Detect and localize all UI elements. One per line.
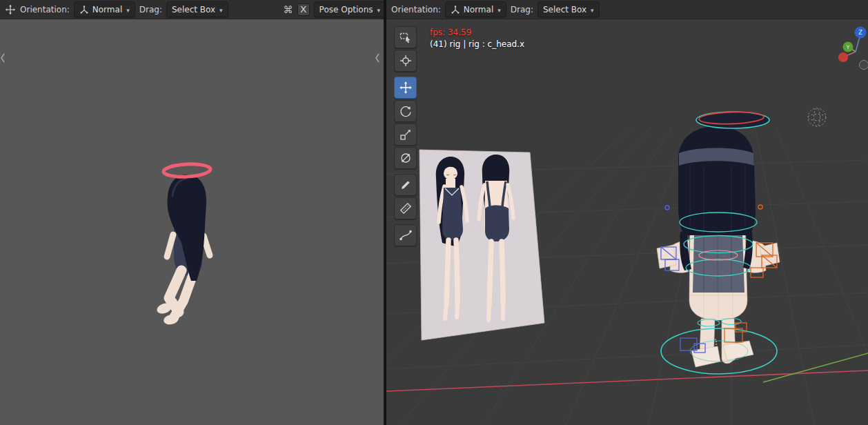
rotate-tool-button[interactable] xyxy=(394,100,417,122)
orientation-value: Normal xyxy=(92,5,122,14)
drag-dropdown[interactable]: Select Box xyxy=(537,1,600,17)
mirror-icon xyxy=(284,4,293,15)
y-axis-label: Y xyxy=(846,44,850,50)
orientation-dropdown[interactable]: Normal xyxy=(74,1,135,17)
cursor-tool-button[interactable] xyxy=(394,50,417,72)
chevron-down-icon xyxy=(497,5,501,14)
chevron-down-icon xyxy=(126,5,130,14)
orientation-value: Normal xyxy=(464,5,493,14)
drag-dropdown[interactable]: Select Box xyxy=(166,1,228,17)
axis-gizmo[interactable]: Z Y xyxy=(838,27,868,70)
viewport-right: Orientation: Normal Drag: Select Box xyxy=(386,0,868,425)
move-tool-icon xyxy=(5,3,16,16)
right-3d-view[interactable]: Z Y fps: 34.59 (41) rig | rig : c_head.x xyxy=(386,19,868,425)
blender-window: Orientation: Normal Drag: Select Box X xyxy=(0,0,868,425)
axis-ball-negative[interactable] xyxy=(860,61,868,70)
left-scene xyxy=(0,19,384,425)
orientation-icon xyxy=(79,5,89,14)
chevron-down-icon xyxy=(219,5,223,14)
orientation-label: Orientation: xyxy=(391,5,441,14)
orientation-label: Orientation: xyxy=(20,5,70,14)
drag-value: Select Box xyxy=(172,5,215,14)
halo xyxy=(164,163,211,178)
toolbar xyxy=(394,26,417,246)
pose-options-dropdown[interactable]: Pose Options xyxy=(314,1,386,17)
scale-tool-button[interactable] xyxy=(394,123,417,146)
fps-counter: fps: 34.59 xyxy=(430,28,471,37)
orientation-icon xyxy=(451,5,460,14)
active-object-info: (41) rig | rig : c_head.x xyxy=(430,39,524,49)
chevron-down-icon xyxy=(377,5,381,14)
right-scene: Z Y xyxy=(386,19,868,425)
toolbar-expand-arrow[interactable] xyxy=(0,52,7,64)
y-axis-line xyxy=(763,353,868,382)
reference-image[interactable] xyxy=(420,150,544,340)
drag-label: Drag: xyxy=(511,5,533,14)
x-axis-mirror-toggle[interactable]: X xyxy=(297,3,310,16)
z-axis-label: Z xyxy=(858,30,862,36)
character-preview[interactable] xyxy=(155,163,210,326)
move-tool-button[interactable] xyxy=(394,77,417,99)
right-viewport-header: Orientation: Normal Drag: Select Box xyxy=(386,0,868,19)
select-box-tool-button[interactable] xyxy=(394,26,417,48)
drag-label: Drag: xyxy=(139,5,162,14)
chevron-down-icon xyxy=(591,5,594,14)
drag-value: Select Box xyxy=(543,5,586,14)
annotate-tool-button[interactable] xyxy=(394,174,417,196)
measure-tool-button[interactable] xyxy=(394,197,417,219)
viewport-left: Orientation: Normal Drag: Select Box X xyxy=(0,0,384,425)
empty-sphere[interactable] xyxy=(808,108,826,126)
left-3d-view[interactable] xyxy=(0,19,384,425)
transform-tool-button[interactable] xyxy=(394,147,417,169)
pose-options-label: Pose Options xyxy=(319,5,373,14)
pose-breakdowner-tool-button[interactable] xyxy=(394,224,417,246)
x-axis-ball[interactable] xyxy=(838,52,848,62)
left-viewport-header: Orientation: Normal Drag: Select Box X xyxy=(0,0,384,19)
orientation-dropdown[interactable]: Normal xyxy=(445,1,506,17)
sidebar-expand-arrow[interactable] xyxy=(373,52,382,64)
